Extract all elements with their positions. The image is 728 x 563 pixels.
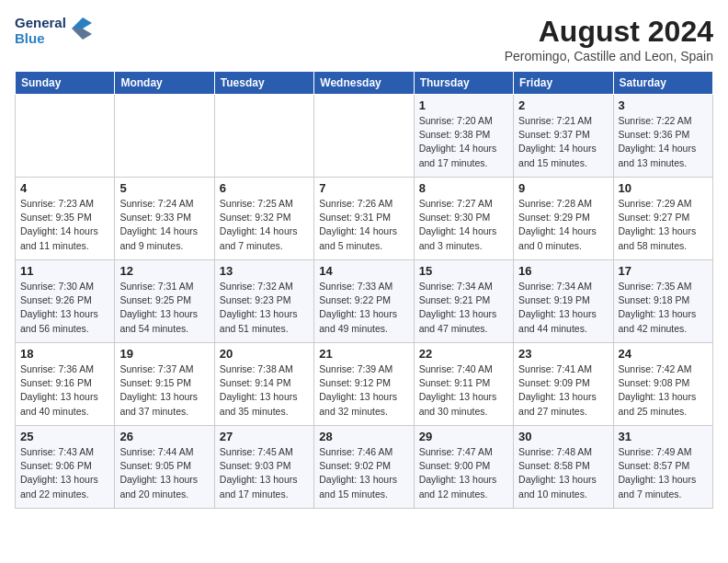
- calendar-week-2: 4Sunrise: 7:23 AM Sunset: 9:35 PM Daylig…: [16, 178, 713, 260]
- calendar-cell: 16Sunrise: 7:34 AM Sunset: 9:19 PM Dayli…: [514, 260, 613, 343]
- day-info: Sunrise: 7:46 AM Sunset: 9:02 PM Dayligh…: [319, 445, 408, 501]
- calendar-cell: 19Sunrise: 7:37 AM Sunset: 9:15 PM Dayli…: [115, 343, 214, 426]
- calendar-cell: 14Sunrise: 7:33 AM Sunset: 9:22 PM Dayli…: [314, 260, 414, 343]
- calendar-cell: 31Sunrise: 7:49 AM Sunset: 8:57 PM Dayli…: [613, 426, 712, 509]
- day-info: Sunrise: 7:34 AM Sunset: 9:19 PM Dayligh…: [518, 280, 608, 336]
- day-info: Sunrise: 7:48 AM Sunset: 8:58 PM Dayligh…: [518, 445, 608, 501]
- day-info: Sunrise: 7:29 AM Sunset: 9:27 PM Dayligh…: [619, 197, 708, 253]
- day-number: 16: [518, 264, 608, 278]
- day-info: Sunrise: 7:37 AM Sunset: 9:15 PM Dayligh…: [119, 362, 209, 419]
- day-info: Sunrise: 7:26 AM Sunset: 9:31 PM Dayligh…: [319, 197, 408, 253]
- day-number: 20: [220, 347, 309, 361]
- day-info: Sunrise: 7:42 AM Sunset: 9:08 PM Dayligh…: [619, 362, 708, 419]
- calendar-week-1: 1Sunrise: 7:20 AM Sunset: 9:38 PM Daylig…: [16, 95, 713, 178]
- month-year-title: August 2024: [505, 15, 713, 49]
- page-header: General Blue August 2024 Peromingo, Cast…: [15, 15, 713, 63]
- calendar-cell: 30Sunrise: 7:48 AM Sunset: 8:58 PM Dayli…: [514, 426, 613, 509]
- calendar-cell: 8Sunrise: 7:27 AM Sunset: 9:30 PM Daylig…: [414, 178, 513, 260]
- calendar-cell: [16, 95, 115, 178]
- calendar-cell: 10Sunrise: 7:29 AM Sunset: 9:27 PM Dayli…: [613, 178, 712, 260]
- day-info: Sunrise: 7:30 AM Sunset: 9:26 PM Dayligh…: [20, 280, 109, 336]
- calendar-cell: 9Sunrise: 7:28 AM Sunset: 9:29 PM Daylig…: [514, 178, 613, 260]
- calendar-cell: 12Sunrise: 7:31 AM Sunset: 9:25 PM Dayli…: [115, 260, 214, 343]
- day-info: Sunrise: 7:40 AM Sunset: 9:11 PM Dayligh…: [419, 362, 508, 419]
- day-info: Sunrise: 7:43 AM Sunset: 9:06 PM Dayligh…: [20, 445, 109, 501]
- calendar-cell: 22Sunrise: 7:40 AM Sunset: 9:11 PM Dayli…: [414, 343, 513, 426]
- calendar-cell: 1Sunrise: 7:20 AM Sunset: 9:38 PM Daylig…: [414, 95, 513, 178]
- day-info: Sunrise: 7:39 AM Sunset: 9:12 PM Dayligh…: [319, 362, 408, 419]
- day-number: 9: [518, 181, 608, 195]
- day-number: 29: [419, 430, 508, 443]
- calendar-cell: 15Sunrise: 7:34 AM Sunset: 9:21 PM Dayli…: [414, 260, 513, 343]
- calendar-week-3: 11Sunrise: 7:30 AM Sunset: 9:26 PM Dayli…: [16, 260, 713, 343]
- calendar-cell: 20Sunrise: 7:38 AM Sunset: 9:14 PM Dayli…: [214, 343, 313, 426]
- calendar-cell: 25Sunrise: 7:43 AM Sunset: 9:06 PM Dayli…: [16, 426, 115, 509]
- day-info: Sunrise: 7:27 AM Sunset: 9:30 PM Dayligh…: [419, 197, 508, 253]
- day-info: Sunrise: 7:20 AM Sunset: 9:38 PM Dayligh…: [419, 114, 508, 170]
- day-info: Sunrise: 7:45 AM Sunset: 9:03 PM Dayligh…: [220, 445, 309, 501]
- calendar-cell: [115, 95, 214, 178]
- day-info: Sunrise: 7:24 AM Sunset: 9:33 PM Dayligh…: [119, 197, 209, 253]
- calendar-week-5: 25Sunrise: 7:43 AM Sunset: 9:06 PM Dayli…: [16, 426, 713, 509]
- day-info: Sunrise: 7:33 AM Sunset: 9:22 PM Dayligh…: [319, 280, 408, 336]
- day-number: 8: [419, 181, 508, 195]
- calendar-cell: 24Sunrise: 7:42 AM Sunset: 9:08 PM Dayli…: [613, 343, 712, 426]
- weekday-header-sunday: Sunday: [16, 72, 115, 95]
- day-number: 7: [319, 181, 408, 195]
- day-number: 22: [419, 347, 508, 361]
- svg-marker-1: [72, 29, 92, 40]
- day-number: 11: [20, 264, 109, 278]
- day-number: 21: [319, 347, 408, 361]
- weekday-header-wednesday: Wednesday: [314, 72, 414, 95]
- calendar-cell: [214, 95, 313, 178]
- day-number: 1: [419, 98, 508, 112]
- day-info: Sunrise: 7:35 AM Sunset: 9:18 PM Dayligh…: [619, 280, 708, 336]
- day-number: 13: [220, 264, 309, 278]
- weekday-header-row: SundayMondayTuesdayWednesdayThursdayFrid…: [16, 72, 713, 95]
- day-number: 28: [319, 430, 408, 443]
- day-number: 6: [220, 181, 309, 195]
- day-info: Sunrise: 7:25 AM Sunset: 9:32 PM Dayligh…: [220, 197, 309, 253]
- calendar-cell: 13Sunrise: 7:32 AM Sunset: 9:23 PM Dayli…: [214, 260, 313, 343]
- day-number: 10: [619, 181, 708, 195]
- day-info: Sunrise: 7:21 AM Sunset: 9:37 PM Dayligh…: [518, 114, 608, 170]
- day-number: 5: [119, 181, 209, 195]
- day-number: 14: [319, 264, 408, 278]
- day-number: 23: [518, 347, 608, 361]
- day-number: 4: [20, 181, 109, 195]
- day-number: 17: [619, 264, 708, 278]
- day-number: 18: [20, 347, 109, 361]
- calendar-cell: 18Sunrise: 7:36 AM Sunset: 9:16 PM Dayli…: [16, 343, 115, 426]
- calendar-table: SundayMondayTuesdayWednesdayThursdayFrid…: [15, 71, 713, 509]
- calendar-cell: 3Sunrise: 7:22 AM Sunset: 9:36 PM Daylig…: [613, 95, 712, 178]
- day-number: 24: [619, 347, 708, 361]
- calendar-cell: 28Sunrise: 7:46 AM Sunset: 9:02 PM Dayli…: [314, 426, 414, 509]
- day-number: 25: [20, 430, 109, 443]
- calendar-cell: 4Sunrise: 7:23 AM Sunset: 9:35 PM Daylig…: [16, 178, 115, 260]
- calendar-cell: 26Sunrise: 7:44 AM Sunset: 9:05 PM Dayli…: [115, 426, 214, 509]
- calendar-cell: 7Sunrise: 7:26 AM Sunset: 9:31 PM Daylig…: [314, 178, 414, 260]
- weekday-header-thursday: Thursday: [414, 72, 513, 95]
- day-info: Sunrise: 7:34 AM Sunset: 9:21 PM Dayligh…: [419, 280, 508, 336]
- day-number: 12: [119, 264, 209, 278]
- calendar-cell: [314, 95, 414, 178]
- weekday-header-friday: Friday: [514, 72, 613, 95]
- day-info: Sunrise: 7:31 AM Sunset: 9:25 PM Dayligh…: [119, 280, 209, 336]
- calendar-cell: 6Sunrise: 7:25 AM Sunset: 9:32 PM Daylig…: [214, 178, 313, 260]
- day-info: Sunrise: 7:49 AM Sunset: 8:57 PM Dayligh…: [619, 445, 708, 501]
- logo-text: General Blue: [15, 15, 66, 47]
- day-info: Sunrise: 7:41 AM Sunset: 9:09 PM Dayligh…: [518, 362, 608, 419]
- calendar-cell: 2Sunrise: 7:21 AM Sunset: 9:37 PM Daylig…: [514, 95, 613, 178]
- day-number: 31: [619, 430, 708, 443]
- day-info: Sunrise: 7:23 AM Sunset: 9:35 PM Dayligh…: [20, 197, 109, 253]
- day-number: 26: [119, 430, 209, 443]
- day-number: 3: [619, 98, 708, 112]
- day-info: Sunrise: 7:28 AM Sunset: 9:29 PM Dayligh…: [518, 197, 608, 253]
- calendar-cell: 23Sunrise: 7:41 AM Sunset: 9:09 PM Dayli…: [514, 343, 613, 426]
- day-info: Sunrise: 7:44 AM Sunset: 9:05 PM Dayligh…: [119, 445, 209, 501]
- location-subtitle: Peromingo, Castille and Leon, Spain: [505, 49, 713, 63]
- weekday-header-saturday: Saturday: [613, 72, 712, 95]
- day-info: Sunrise: 7:38 AM Sunset: 9:14 PM Dayligh…: [220, 362, 309, 419]
- calendar-cell: 29Sunrise: 7:47 AM Sunset: 9:00 PM Dayli…: [414, 426, 513, 509]
- day-info: Sunrise: 7:32 AM Sunset: 9:23 PM Dayligh…: [220, 280, 309, 336]
